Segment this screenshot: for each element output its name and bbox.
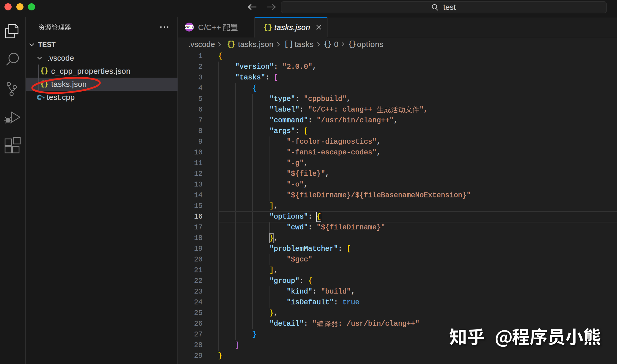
svg-text:C/C++: C/C++ <box>185 26 193 29</box>
